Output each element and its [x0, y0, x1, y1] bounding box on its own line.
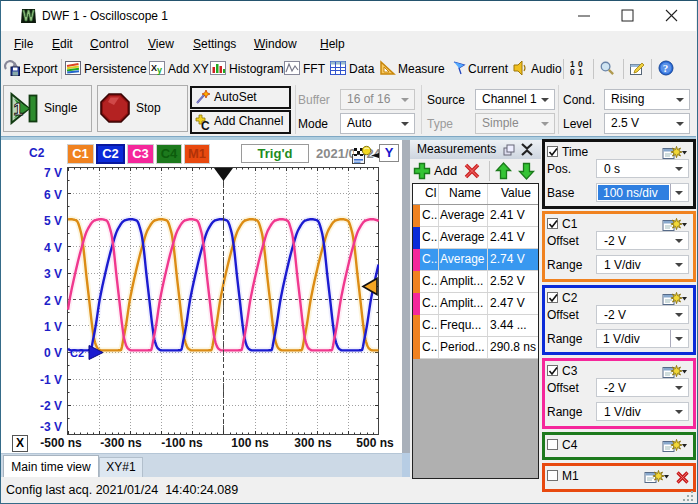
- svg-text:1: 1: [578, 67, 583, 76]
- svg-text:y: y: [157, 65, 162, 75]
- svg-text:1: 1: [14, 100, 23, 119]
- svg-text:C2: C2: [70, 347, 84, 359]
- svg-text:?: ?: [663, 62, 669, 74]
- svg-text:0: 0: [570, 67, 575, 76]
- svg-text:C: C: [201, 119, 210, 131]
